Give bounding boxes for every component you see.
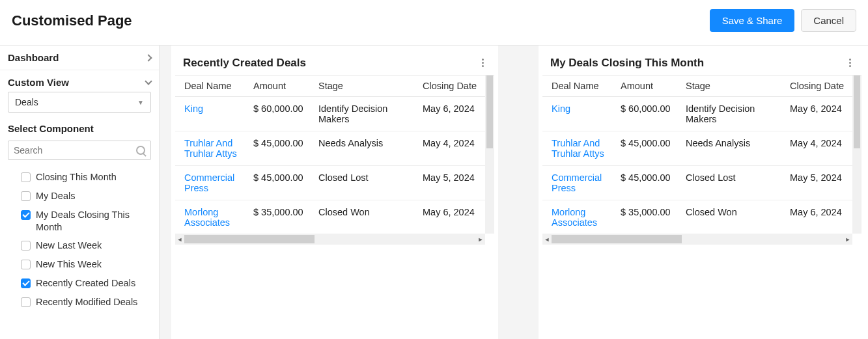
cell-amount: $ 45,000.00 bbox=[614, 166, 679, 200]
checkbox[interactable] bbox=[21, 278, 31, 288]
component-item[interactable]: My Deals bbox=[9, 187, 156, 206]
checkbox[interactable] bbox=[21, 210, 31, 220]
checkbox[interactable] bbox=[21, 260, 31, 269]
deal-link[interactable]: Commercial Press bbox=[552, 172, 602, 193]
component-label: New This Week bbox=[36, 258, 102, 271]
search-input[interactable] bbox=[14, 145, 136, 156]
checkbox[interactable] bbox=[21, 172, 31, 182]
deal-link[interactable]: Truhlar And Truhlar Attys bbox=[184, 138, 237, 159]
widget: Recently Created DealsDeal NameAmountSta… bbox=[171, 46, 498, 245]
cell-closing-date: May 5, 2024 bbox=[783, 166, 861, 200]
grid-scroll: Deal NameAmountStageClosing DateKing$ 60… bbox=[542, 75, 861, 234]
scroll-left-icon[interactable]: ◄ bbox=[175, 234, 184, 245]
kebab-icon[interactable] bbox=[479, 56, 486, 70]
cell-closing-date: May 6, 2024 bbox=[416, 200, 494, 234]
component-item[interactable]: Closing This Month bbox=[9, 168, 156, 187]
column-header[interactable]: Stage bbox=[679, 75, 783, 97]
widget-header: Recently Created Deals bbox=[171, 49, 498, 75]
cell-amount: $ 60,000.00 bbox=[247, 97, 312, 131]
scroll-right-icon[interactable]: ► bbox=[476, 234, 485, 245]
column-header[interactable]: Deal Name bbox=[175, 75, 247, 97]
checkbox[interactable] bbox=[21, 297, 31, 307]
page-header: Customised Page Save & Share Cancel bbox=[0, 0, 868, 46]
component-item[interactable]: New This Week bbox=[9, 255, 156, 274]
column-header[interactable]: Deal Name bbox=[542, 75, 614, 97]
widget: My Deals Closing This MonthDeal NameAmou… bbox=[539, 46, 865, 245]
column-header[interactable]: Closing Date bbox=[416, 75, 494, 97]
horizontal-scrollbar[interactable]: ◄► bbox=[175, 234, 485, 245]
kebab-icon[interactable] bbox=[847, 56, 854, 70]
cell-stage: Identify Decision Makers bbox=[312, 97, 416, 131]
dashboard-label: Dashboard bbox=[8, 52, 59, 63]
column-gutter bbox=[498, 46, 539, 339]
cell-deal: King bbox=[542, 97, 614, 131]
search-input-wrap[interactable] bbox=[8, 141, 151, 160]
sidebar-section-custom-view[interactable]: Custom View bbox=[0, 70, 159, 89]
cell-deal: King bbox=[175, 97, 247, 131]
custom-view-label: Custom View bbox=[8, 77, 69, 88]
column-header[interactable]: Amount bbox=[247, 75, 312, 97]
table-row: Commercial Press$ 45,000.00Closed LostMa… bbox=[542, 166, 861, 200]
table-row: Commercial Press$ 45,000.00Closed LostMa… bbox=[175, 166, 494, 200]
component-label: My Deals bbox=[36, 190, 75, 202]
column-header[interactable]: Stage bbox=[312, 75, 416, 97]
vertical-scrollbar[interactable] bbox=[485, 75, 494, 234]
cell-deal: Truhlar And Truhlar Attys bbox=[175, 131, 247, 166]
vertical-scrollbar[interactable] bbox=[852, 75, 861, 234]
table-row: Truhlar And Truhlar Attys$ 45,000.00Need… bbox=[542, 131, 861, 166]
table-row: Morlong Associates$ 35,000.00Closed WonM… bbox=[175, 200, 494, 234]
cell-closing-date: May 6, 2024 bbox=[783, 97, 861, 131]
cell-closing-date: May 5, 2024 bbox=[416, 166, 494, 200]
cell-stage: Closed Lost bbox=[679, 166, 783, 200]
component-item[interactable]: Recently Created Deals bbox=[9, 274, 156, 293]
sidebar-section-dashboard[interactable]: Dashboard bbox=[0, 46, 159, 70]
table-row: Morlong Associates$ 35,000.00Closed WonM… bbox=[542, 200, 861, 234]
module-select[interactable]: Deals ▼ bbox=[8, 92, 151, 113]
chevron-right-icon bbox=[145, 54, 152, 61]
cell-stage: Closed Won bbox=[312, 200, 416, 234]
cell-stage: Needs Analysis bbox=[312, 131, 416, 166]
cell-amount: $ 60,000.00 bbox=[614, 97, 679, 131]
scroll-left-icon[interactable]: ◄ bbox=[542, 234, 552, 245]
cell-deal: Commercial Press bbox=[175, 166, 247, 200]
component-item[interactable]: New Last Week bbox=[9, 236, 156, 255]
deal-link[interactable]: King bbox=[552, 103, 570, 114]
cell-amount: $ 35,000.00 bbox=[247, 200, 312, 234]
cell-deal: Morlong Associates bbox=[542, 200, 614, 234]
column-header[interactable]: Amount bbox=[614, 75, 679, 97]
table-row: Truhlar And Truhlar Attys$ 45,000.00Need… bbox=[175, 131, 494, 166]
component-item[interactable]: Recently Modified Deals bbox=[9, 293, 156, 312]
deal-link[interactable]: Morlong Associates bbox=[552, 207, 597, 228]
data-table: Deal NameAmountStageClosing DateKing$ 60… bbox=[175, 75, 494, 234]
chevron-down-icon bbox=[145, 77, 152, 85]
component-list[interactable]: Closing This MonthMy DealsMy Deals Closi… bbox=[0, 165, 159, 339]
component-label: Recently Modified Deals bbox=[36, 296, 137, 308]
deal-link[interactable]: Morlong Associates bbox=[184, 207, 230, 228]
cell-stage: Identify Decision Makers bbox=[679, 97, 783, 131]
cancel-button[interactable]: Cancel bbox=[801, 9, 856, 32]
deal-link[interactable]: Commercial Press bbox=[184, 172, 234, 193]
header-actions: Save & Share Cancel bbox=[710, 9, 856, 32]
checkbox[interactable] bbox=[21, 191, 31, 201]
cell-closing-date: May 6, 2024 bbox=[416, 97, 494, 131]
scroll-right-icon[interactable]: ► bbox=[843, 234, 852, 245]
widget-title: My Deals Closing This Month bbox=[550, 57, 704, 70]
sidebar: Dashboard Custom View Deals ▼ Select Com… bbox=[0, 46, 160, 339]
canvas: Recently Created DealsDeal NameAmountSta… bbox=[160, 46, 868, 339]
component-item[interactable]: My Deals Closing This Month bbox=[9, 206, 156, 237]
cell-closing-date: May 4, 2024 bbox=[416, 131, 494, 166]
cell-deal: Morlong Associates bbox=[175, 200, 247, 234]
column-header[interactable]: Closing Date bbox=[783, 75, 861, 97]
deal-link[interactable]: King bbox=[184, 103, 203, 114]
page-title: Customised Page bbox=[12, 12, 132, 29]
table-row: King$ 60,000.00Identify Decision MakersM… bbox=[542, 97, 861, 131]
cell-amount: $ 45,000.00 bbox=[614, 131, 679, 166]
horizontal-scrollbar[interactable]: ◄► bbox=[542, 234, 852, 245]
save-share-button[interactable]: Save & Share bbox=[710, 9, 795, 32]
checkbox[interactable] bbox=[21, 241, 31, 251]
grid-scroll: Deal NameAmountStageClosing DateKing$ 60… bbox=[175, 75, 494, 234]
grid-wrap: Deal NameAmountStageClosing DateKing$ 60… bbox=[175, 75, 494, 245]
table-row: King$ 60,000.00Identify Decision MakersM… bbox=[175, 97, 494, 131]
deal-link[interactable]: Truhlar And Truhlar Attys bbox=[552, 138, 604, 159]
cell-amount: $ 35,000.00 bbox=[614, 200, 679, 234]
